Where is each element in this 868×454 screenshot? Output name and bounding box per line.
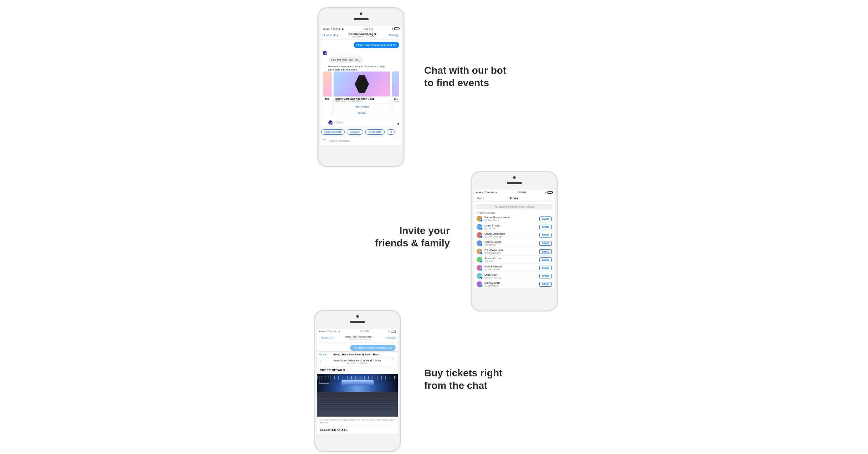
nav-title[interactable]: Stubhub-Messenger › Typically replies in… [349,32,378,38]
card-title: ask [325,98,330,100]
chip-event-date[interactable]: Event date [365,129,385,135]
nav-title-text: Stubhub-Messenger [349,32,376,36]
bot-message-2: Here are a few events similar to "Bruno … [328,64,390,71]
contact-name: Barney Mok [484,281,537,285]
search-icon: 🔍 [494,205,498,208]
background-chat-dimmed: T-Mobile ▲ 1:55 PM ฿ ‹ Home (10) Stubhub… [317,329,398,351]
more-icon[interactable]: ⋮ [391,359,395,361]
caption-invite: Invite your friends & family [346,224,450,249]
contact-handle: @erin.palmquist [484,252,537,254]
card-image [392,72,399,96]
contact-row[interactable]: Pablo Flores Letelier @pablo.flores SEND [474,215,555,223]
carousel-card-main[interactable]: Bruno Mars with Anderson .Paak SAP Cente… [333,71,390,116]
carousel-card-next[interactable]: Bruno Oracle [392,71,399,116]
speaker-slot [354,18,369,20]
carousel-card-prev[interactable]: ask [323,71,332,116]
share-button[interactable]: Share [334,110,390,116]
wifi-icon: ▲ [338,330,341,333]
bluetooth-icon: ฿ [392,27,393,30]
find-tickets-button[interactable]: Find tickets [334,103,390,110]
contact-name: Pablo Flores Letelier [484,216,537,219]
section-selected-seats: SELECTED SEATS [317,426,398,434]
user-message: Find Bruno Mars concerts in SF [354,42,399,48]
close-icon[interactable]: × [394,375,396,379]
back-button[interactable]: ‹ Home (10) [319,336,334,339]
contact-name: Rakhi Parekh [484,265,537,268]
chip-more-concerts[interactable]: More concerts [321,129,345,135]
nav-title[interactable]: Stubhub-Messenger › Typically replies in… [345,335,374,340]
battery-icon [394,27,399,30]
avatar [477,249,482,254]
bluetooth-icon: ฿ [545,191,546,194]
share-nav: Done Share [474,195,555,202]
avatar [477,240,482,246]
chevron-left-icon: ‹ [319,336,320,339]
carrier: T-Mobile [484,191,494,194]
chip-location[interactable]: Location [347,129,363,135]
phone-bezel [315,311,400,329]
caption-buy: Buy tickets right from the chat [424,367,502,392]
send-button[interactable]: SEND [539,233,552,238]
typing-bubble [334,121,344,124]
back-label: Home (11) [324,33,338,37]
close-button[interactable]: Close [319,353,326,356]
send-button[interactable]: SEND [539,266,552,270]
send-button[interactable]: SEND [539,241,552,246]
screen: T-Mobile ▲ 1:22 PM ฿ ‹ Home (11) Stubhub… [320,26,401,145]
contact-name: Oliver Oxenham [484,232,537,235]
screen: T-Mobile ▲ 1:55 PM ฿ ‹ Home (10) Stubhub… [317,329,398,434]
card-image [334,72,390,96]
event-carousel[interactable]: ask Bruno Mars with Anderson .Paak SAP C… [323,71,399,116]
clock: 1:22 PM [363,27,373,30]
contact-row[interactable]: Rakhi Parekh @rakhi.parekh SEND [474,264,555,272]
back-label: Home (10) [321,336,334,339]
clock: 1:55 PM [360,330,369,333]
card-subtitle: Oracle [394,100,399,102]
message-input[interactable]: Type a message... [328,139,399,142]
contact-row[interactable]: Oliver Oxenham @oliver.oxenham SEND [474,231,555,239]
section-order-details: ORDER DETAILS [317,366,398,374]
manage-button[interactable]: Manage [389,33,399,37]
venue-map-thumbnail[interactable] [319,376,329,384]
contact-name: Chris Fricke [484,224,537,227]
chevron-left-icon[interactable]: ‹ [320,360,321,363]
chat-body: Find Bruno Mars concerts in SF Let's see… [320,40,401,127]
phone-buy: T-Mobile ▲ 1:55 PM ฿ ‹ Home (10) Stubhub… [314,310,401,452]
send-button[interactable]: SEND [539,282,552,287]
status-bar: T-Mobile ▲ 5:25 PM ฿ [474,190,555,195]
send-button[interactable]: SEND [539,257,552,262]
event-subtitle: Fri, Jul 21 at 8:00pm [319,362,396,365]
avatar [477,216,482,221]
card-subtitle: SAP Center · Jul 21, 8:00pm [335,100,388,102]
menu-icon[interactable]: ☰ [323,139,326,143]
user-message: Find Bruno Mars concerts in SF [350,345,396,351]
chip-more[interactable]: H [387,129,395,135]
done-button[interactable]: Done [477,197,484,200]
battery-icon [548,191,553,194]
bot-avatar [323,51,327,55]
contact-row[interactable]: Barney Mok @barney.mok SEND [474,280,555,288]
manage-button[interactable]: Manage [385,336,396,339]
bot-message-1: Let's see what I can find... [328,57,363,63]
status-bar: T-Mobile ▲ 1:55 PM ฿ [317,329,398,334]
phone-chat: T-Mobile ▲ 1:22 PM ฿ ‹ Home (11) Stubhub… [317,7,405,167]
chevron-right-icon: › [377,32,378,36]
venue-view[interactable]: × [317,374,398,417]
clock: 5:25 PM [517,191,526,194]
camera-dot [360,12,362,15]
send-button[interactable]: SEND [539,225,552,229]
contact-row[interactable]: Carlos Lopez @cholowiz SEND [474,239,555,247]
card-title: Bruno [394,98,399,100]
send-button[interactable]: SEND [539,249,552,254]
contact-row[interactable]: Jason Baxter @jbaxter SEND [474,256,555,264]
contact-row[interactable]: Chris Fricke @chrfricke SEND [474,223,555,231]
avatar [477,265,482,271]
send-button[interactable]: SEND [539,274,552,278]
back-button[interactable]: ‹ Home (11) [323,33,338,37]
webview-header: Close Bruno Mars San Jose Tickets - Brun… [317,351,398,358]
search-input[interactable]: 🔍 Search for people and groups [476,204,553,209]
chevron-right-icon: › [374,335,375,338]
contact-row[interactable]: Qing Guo @kevin.guoqing SEND [474,272,555,280]
send-button[interactable]: SEND [539,216,552,221]
contact-row[interactable]: Erin Palmquist @erin.palmquist SEND [474,247,555,256]
